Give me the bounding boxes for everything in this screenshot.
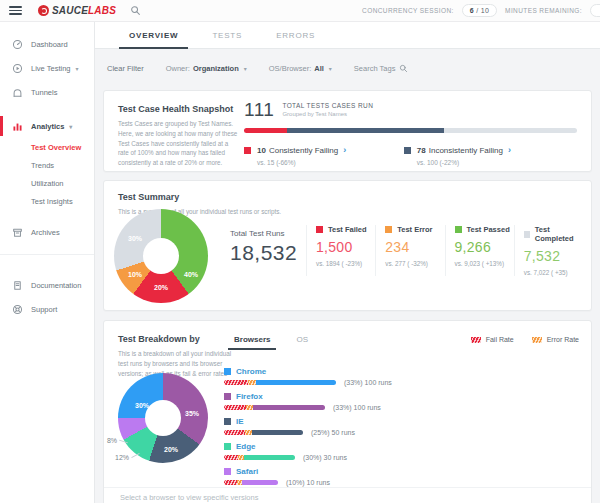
browser-label[interactable]: Edge [236,442,256,451]
chevron-down-icon: ▾ [329,65,332,72]
card-title: Test Case Health Snapshot [118,104,238,114]
tab-os[interactable]: OS [296,335,308,350]
inconsistently-failing-legend: 78 Inconsistently Failing › vs. 100 (-22… [404,146,564,166]
browser-label[interactable]: Safari [236,467,258,476]
sidebar-item-analytics[interactable]: Analytics ▾ [0,114,94,138]
owner-filter-dropdown[interactable]: Owner: Organization ▾ [166,64,247,73]
donut-label-passed: 40% [184,271,198,278]
analytics-icon [12,120,24,132]
stat-swatch [455,226,462,233]
error-rate-segment [245,430,252,435]
stat-vs: vs. 7,022 ( +35) [524,269,583,276]
saucelabs-logo-icon [38,5,49,16]
saucelabs-logo[interactable]: SAUCELABS [38,5,116,16]
total-test-runs-value: 18,532 [230,241,308,265]
stat-test-completed: Test Completed 7,532 vs. 7,022 ( +35) [514,225,583,276]
browser-label[interactable]: IE [236,417,244,426]
stat-test-error: Test Error 234 vs. 277 ( -32%) [375,225,444,276]
runs-segment [252,430,303,435]
dashboard-icon [12,38,24,50]
tab-overview[interactable]: OVERVIEW [119,22,188,48]
browser-bar[interactable] [224,480,278,485]
runs-segment [244,455,295,460]
sidebar-item-live-testing[interactable]: Live Testing ▾ [0,56,94,80]
fail-rate-segment [224,405,246,410]
pie-label-ie: 20% [164,446,178,453]
tab-browsers[interactable]: Browsers [234,335,270,350]
sidebar-item-tunnels[interactable]: Tunnels [0,80,94,104]
card-description: Tests Cases are grouped by Test Names. H… [118,119,238,168]
stat-swatch [316,226,323,233]
browser-row-chrome[interactable]: Chrome (33%) 100 runs [224,367,392,386]
card-divider [104,487,591,488]
browser-bar[interactable] [224,405,325,410]
total-test-cases-sub: Grouped by Test Names [282,111,373,117]
search-tags-input[interactable]: Search Tags [354,64,409,73]
minutes-remaining-label: MINUTES REMAINING: [505,7,582,14]
fail-rate-segment [224,480,237,485]
main-tabs: OVERVIEW TESTS ERRORS [95,22,600,49]
sidebar-item-dashboard[interactable]: Dashboard [0,32,94,56]
tab-tests[interactable]: TESTS [202,22,252,48]
sidebar-item-archives[interactable]: Archives [0,220,94,244]
total-test-cases-value: 111 [244,99,274,121]
sidebar-item-label: Support [31,305,57,314]
browser-row-edge[interactable]: Edge (30%) 30 runs [224,442,392,461]
browser-swatch [224,418,231,425]
sidebar-item-documentation[interactable]: Documentation [0,273,94,297]
minutes-remaining-badge [590,4,600,17]
browser-bar[interactable] [224,430,303,435]
test-summary-donut-chart[interactable]: 40% 20% 10% 30% [114,209,208,303]
browser-bar[interactable] [224,455,295,460]
sidebar-item-test-insights[interactable]: Test Insights [31,192,94,210]
card-title: Test Breakdown by [118,334,236,344]
consistently-failing-legend: 10 Consistently Failing › vs. 15 (-66%) [244,146,404,166]
fail-rate-swatch [471,337,481,343]
menu-icon[interactable] [9,4,22,17]
concurrency-badge: 6 / 10 [462,4,497,17]
clear-filter-button[interactable]: Clear Filter [107,64,144,73]
legend-vs: vs. 100 (-22%) [417,159,564,166]
stat-vs: vs. 1894 ( -23%) [316,260,375,267]
tab-errors[interactable]: ERRORS [266,22,325,48]
sidebar-item-support[interactable]: Support [0,297,94,321]
total-test-cases-label: TOTAL TESTS CASES RUN [282,102,373,109]
concurrency-label: CONCURRENCY SESSION: [362,7,454,14]
browser-label[interactable]: Firefox [236,392,263,401]
test-case-health-snapshot-card: Test Case Health Snapshot Tests Cases ar… [103,90,592,172]
browser-runs-label: (33%) 100 runs [333,404,381,411]
stat-swatch [524,231,530,238]
sidebar-item-utilization[interactable]: Utilization [31,174,94,192]
sidebar-item-label: Dashboard [31,40,68,49]
total-test-runs-label: Total Test Runs [230,229,308,238]
stat-test-passed: Test Passed 9,266 vs. 9,023 ( +13%) [445,225,514,276]
pie-label-chrome: 30% [135,402,149,409]
browser-row-safari[interactable]: Safari (10%) 10 runs [224,467,392,486]
stat-value: 9,266 [455,239,514,255]
browser-swatch [224,393,231,400]
sidebar-item-test-overview[interactable]: Test Overview [31,138,94,156]
search-icon[interactable] [130,5,141,16]
runs-segment [242,480,278,485]
browser-breakdown-pie-chart[interactable]: 35% 20% 30% [118,373,208,463]
chevron-right-icon[interactable]: › [343,147,346,154]
os-browser-filter-dropdown[interactable]: OS/Browser: All ▾ [269,64,332,73]
pie-label-edge: 12% [115,454,129,461]
browser-label[interactable]: Chrome [236,367,266,376]
browser-runs-label: (25%) 50 runs [311,429,355,436]
browser-row-ie[interactable]: IE (25%) 50 runs [224,417,392,436]
stat-value: 1,500 [316,239,375,255]
sidebar: Dashboard Live Testing ▾ Tunnels Analyti… [0,22,95,503]
browser-runs-label: (33%) 100 runs [344,379,392,386]
sidebar-item-label: Tunnels [31,88,57,97]
chevron-down-icon: ▾ [75,65,78,72]
test-summary-card: Test Summary This is a summary of all yo… [103,180,592,311]
chevron-right-icon[interactable]: › [508,147,511,154]
donut-label-completed: 30% [128,235,142,242]
browser-bar[interactable] [224,380,336,385]
search-icon [399,64,408,73]
sidebar-item-trends[interactable]: Trends [31,156,94,174]
chevron-down-icon: ▾ [244,65,247,72]
browser-row-firefox[interactable]: Firefox (33%) 100 runs [224,392,392,411]
breakdown-tabs: Browsers OS [234,335,334,350]
